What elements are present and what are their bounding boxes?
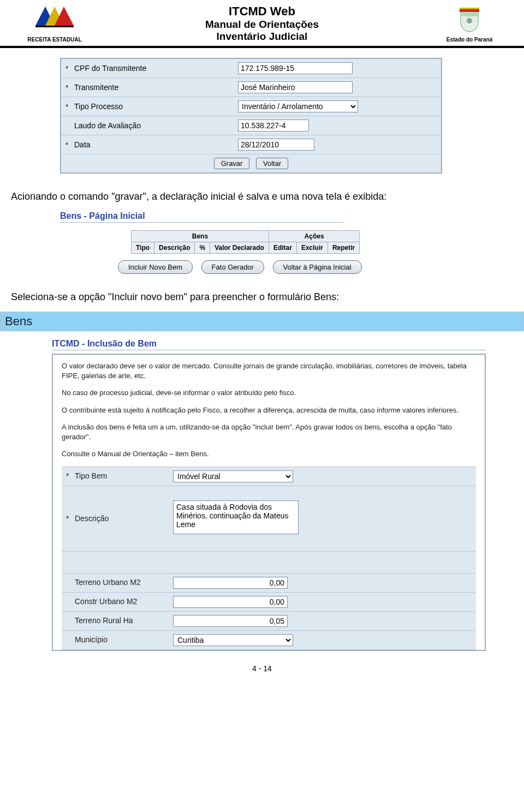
req-mark: * (66, 103, 74, 111)
label-terreno-rural: Terreno Rural Ha (75, 616, 173, 626)
bens-table: Bens Ações Tipo Descrição % Valor Declar… (131, 230, 360, 254)
label-cpf: CPF do Transmitente (74, 64, 238, 73)
parana-crest-icon (456, 5, 483, 35)
brand-left: RECEITA ESTADUAL (11, 7, 98, 43)
paragraph-1: Acionando o comando "gravar", a declaraç… (11, 191, 513, 202)
label-data: Data (74, 140, 238, 149)
label-transmitente: Transmitente (74, 83, 238, 92)
bens-banner: Bens (0, 312, 524, 331)
receita-estadual-logo-icon (35, 7, 74, 35)
terreno-rural-input[interactable] (173, 615, 288, 627)
voltar-pagina-inicial-button[interactable]: Voltar à Página Inicial (273, 260, 362, 274)
paragraph-2: Seleciona-se a opção "Incluir novo bem" … (11, 291, 513, 303)
svg-point-6 (467, 18, 472, 23)
svg-rect-5 (460, 8, 479, 9)
fato-gerador-button[interactable]: Fato Gerador (201, 260, 264, 274)
col-excluir: Excluir (296, 242, 327, 254)
tipo-processo-select[interactable]: Inventário / Arrolamento (238, 100, 358, 112)
col-valor: Valor Declarado (210, 242, 269, 254)
col-tipo: Tipo (132, 242, 154, 254)
label-tipo-bem: Tipo Bem (75, 471, 173, 481)
label-laudo: Laudo de Avaliação (74, 121, 238, 130)
laudo-input[interactable] (238, 120, 309, 132)
info-p1: O valor declarado deve ser o valor de me… (62, 361, 476, 380)
brand-left-text: RECEITA ESTADUAL (27, 37, 81, 43)
inclusao-info-box: O valor declarado deve ser o valor de me… (52, 354, 486, 651)
transmitente-input[interactable] (238, 81, 353, 93)
req-mark: * (66, 64, 74, 73)
tipo-bem-select[interactable]: Imóvel Rural (173, 470, 293, 482)
info-p3: O contribuinte está sujeito à notificaçã… (62, 405, 476, 415)
descricao-textarea[interactable]: Casa situada à Rodovia dos Minérios, con… (173, 500, 299, 534)
data-input[interactable] (238, 139, 314, 151)
brand-right-text: Estado do Paraná (446, 37, 492, 43)
col-group-acoes: Ações (269, 231, 359, 242)
header-line3: Inventário Judicial (98, 31, 426, 43)
info-p2: No caso de processo judicial, deve-se in… (62, 388, 476, 398)
municipio-select[interactable]: Curitiba (173, 634, 293, 646)
cpf-transmitente-input[interactable] (238, 62, 353, 74)
label-descricao: Descrição (75, 514, 173, 524)
incluir-novo-bem-button[interactable]: Incluir Novo Bem (118, 260, 193, 274)
label-municipio: Município (75, 635, 173, 645)
constr-urbano-input[interactable] (173, 596, 288, 608)
info-p4: A inclusão dos bens é feita um a um, uti… (62, 422, 476, 441)
info-p5: Consulte o Manual de Orientação – item B… (62, 449, 476, 459)
brand-right: Estado do Paraná (426, 5, 513, 43)
declaracao-form: * CPF do Transmitente * Transmitente * T… (60, 58, 442, 174)
col-descricao: Descrição (154, 242, 195, 254)
col-repetir: Repetir (327, 242, 359, 254)
req-mark: * (66, 471, 75, 481)
page-number: 4 - 14 (0, 664, 524, 673)
label-tipo-processo: Tipo Processo (74, 102, 238, 111)
label-terreno-urbano: Terreno Urbano M2 (75, 577, 173, 588)
col-percent: % (195, 242, 210, 254)
label-constr-urbano: Constr Urbano M2 (75, 596, 173, 607)
col-group-bens: Bens (132, 231, 269, 242)
voltar-button[interactable]: Voltar (256, 158, 288, 169)
req-mark: * (66, 141, 74, 149)
svg-rect-3 (35, 26, 74, 27)
req-mark: * (66, 514, 75, 524)
bens-pagina-inicial-title: Bens - Página Inicial (60, 211, 344, 223)
terreno-urbano-input[interactable] (173, 577, 288, 589)
col-editar: Editar (269, 242, 296, 254)
header-title: ITCMD Web Manual de Orientações Inventár… (98, 4, 426, 43)
gravar-button[interactable]: Gravar (214, 158, 250, 169)
req-mark: * (66, 83, 74, 92)
header-rule (0, 46, 524, 48)
inclusao-bem-title: ITCMD - Inclusão de Bem (52, 339, 486, 350)
header-line2: Manual de Orientações (98, 19, 426, 31)
header-line1: ITCMD Web (98, 4, 426, 19)
